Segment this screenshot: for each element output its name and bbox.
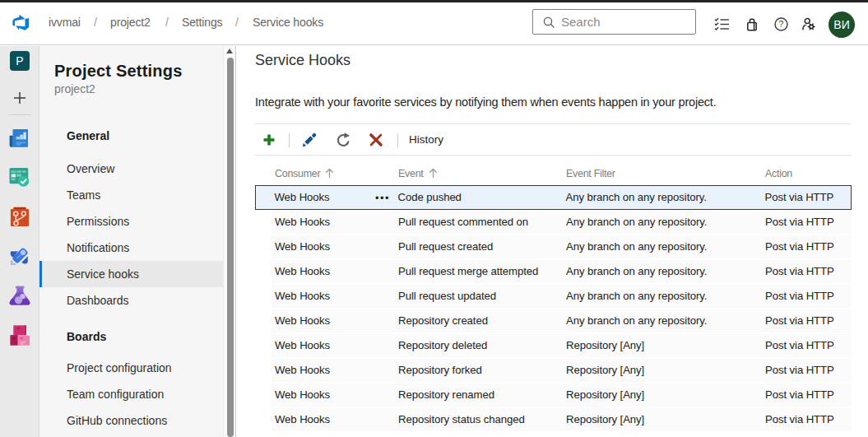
svg-text:?: ? [779, 19, 784, 29]
